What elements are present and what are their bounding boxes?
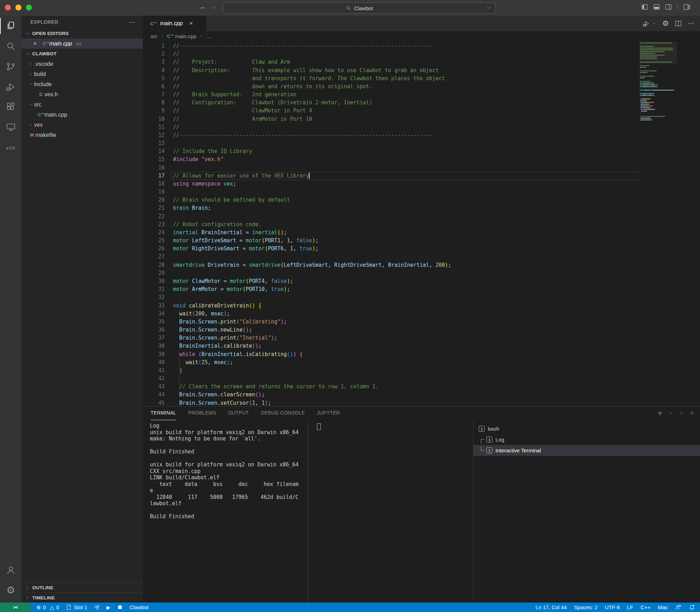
open-editor-main-cpp[interactable]: × C++ main.cpp src — [21, 39, 143, 49]
terminal-output[interactable]: Log unix build for platform vexiq2 on Da… — [150, 423, 304, 520]
code-line-25[interactable]: 25motor LeftDriveSmart = motor(PORT1, 1,… — [143, 237, 700, 245]
code-line-7[interactable]: 7// Brain Supported: 2nd generation — [143, 91, 700, 99]
code-line-19[interactable]: 19 — [143, 188, 700, 196]
code-line-14[interactable]: 14// Include the IQ Library — [143, 147, 700, 155]
code-line-24[interactable]: 24inertial BrainInertial = inertial(); — [143, 229, 700, 237]
remote-indicator[interactable]: >< — [0, 603, 31, 612]
activity-item-explorer[interactable] — [0, 16, 21, 36]
more-actions-icon[interactable]: ⋯ — [129, 19, 135, 26]
code-line-16[interactable]: 16 — [143, 164, 700, 172]
code-line-26[interactable]: 26motor RightDriveSmart = motor(PORT6, 1… — [143, 245, 700, 253]
code-line-13[interactable]: 13 — [143, 139, 700, 147]
activity-item-account[interactable] — [0, 560, 21, 580]
navigate-forward-button[interactable]: → — [209, 3, 219, 11]
code-line-35[interactable]: 35 Brain.Screen.print("Calibrating"); — [143, 318, 700, 326]
status-item-play[interactable]: ▶ — [106, 604, 110, 610]
sidebar-item-main-cpp[interactable]: C++main.cpp — [21, 110, 143, 120]
tab-main-cpp[interactable]: C++ main.cpp × — [143, 16, 207, 31]
code-line-10[interactable]: 10// ArmMotor in Port 10 — [143, 115, 700, 123]
code-line-17[interactable]: 17// Allows for easier use of the VEX Li… — [143, 172, 700, 180]
toggle-secondary-sidebar-icon[interactable] — [665, 4, 672, 11]
status-item-c-[interactable]: C++ — [640, 604, 650, 610]
sidebar-item-src[interactable]: src — [21, 99, 143, 110]
run-dropdown-icon[interactable] — [652, 21, 656, 26]
activity-item-run-and-debug[interactable] — [0, 77, 21, 97]
close-icon[interactable]: × — [33, 41, 36, 47]
sidebar-item--vscode[interactable]: .vscode — [21, 59, 143, 69]
toggle-panel-icon[interactable] — [653, 4, 660, 11]
toggle-primary-sidebar-icon[interactable] — [641, 4, 648, 11]
code-line-29[interactable]: 29 — [143, 269, 700, 277]
status-item-lf[interactable]: LF — [627, 604, 633, 610]
code-line-4[interactable]: 4// Description: This example will show … — [143, 67, 700, 75]
code-line-32[interactable]: 32 — [143, 293, 700, 301]
terminal-dropdown-icon[interactable] — [669, 411, 673, 416]
code-line-28[interactable]: 28smartdrive Drivetrain = smartdrive(Lef… — [143, 261, 700, 269]
settings-gear-icon[interactable]: ⚙ — [662, 20, 669, 27]
code-line-38[interactable]: 38 BrainInertial.calibrate(); — [143, 342, 700, 350]
status-item-vex-device[interactable] — [94, 604, 100, 610]
command-center-search[interactable]: Clawbot — [223, 2, 495, 14]
activity-item-settings[interactable]: ⚙ — [0, 580, 21, 600]
breadcrumb-folder[interactable]: src — [151, 33, 158, 39]
status-item-mac[interactable]: Mac — [658, 604, 668, 610]
sidebar-item-include[interactable]: include — [21, 79, 143, 89]
activity-item-extensions[interactable] — [0, 97, 21, 117]
code-line-12[interactable]: 12//------------------------------------… — [143, 131, 700, 139]
customize-layout-icon[interactable] — [683, 4, 690, 11]
code-line-22[interactable]: 22 — [143, 213, 700, 221]
section-outline[interactable]: OUTLINE — [21, 582, 143, 592]
run-or-debug-icon[interactable] — [643, 20, 650, 27]
code-line-15[interactable]: 15#include "vex.h" — [143, 155, 700, 164]
code-line-21[interactable]: 21brain Brain; — [143, 204, 700, 212]
split-editor-icon[interactable] — [675, 20, 682, 27]
code-line-41[interactable]: 41 } — [143, 367, 700, 375]
status-item-clawbot[interactable]: Clawbot — [130, 604, 148, 610]
code-line-39[interactable]: 39 while (BrainInertial.isCalibrating())… — [143, 350, 700, 359]
section-project-root[interactable]: CLAWBOT — [21, 49, 143, 59]
code-line-43[interactable]: 43 // Clears the screen and returns the … — [143, 383, 700, 391]
activity-item-source-control[interactable] — [0, 56, 21, 77]
terminal-instance-interactive-terminal[interactable]: ❯Interactive Terminal — [473, 445, 700, 456]
code-line-11[interactable]: 11// — [143, 123, 700, 131]
sidebar-item-vex-h[interactable]: Cvex.h — [21, 89, 143, 99]
activity-item-vex[interactable]: vℰx — [0, 138, 21, 158]
section-open-editors[interactable]: OPEN EDITORS — [21, 28, 143, 39]
panel-split-divider[interactable] — [308, 420, 309, 603]
code-line-45[interactable]: 45 Brain.Screen.setCursor(1, 1); — [143, 399, 700, 406]
code-line-44[interactable]: 44 Brain.Screen.clearScreen(); — [143, 391, 700, 399]
code-line-9[interactable]: 9// ClawMotor in Port 4 — [143, 107, 700, 115]
panel-tab-problems[interactable]: PROBLEMS — [188, 406, 216, 420]
code-line-3[interactable]: 3// Project: Claw and Arm — [143, 58, 700, 66]
code-line-27[interactable]: 27 — [143, 253, 700, 261]
status-item-feedback[interactable] — [675, 604, 681, 611]
section-timeline[interactable]: TIMELINE — [21, 592, 143, 603]
code-line-23[interactable]: 23// Robot configuration code. — [143, 221, 700, 229]
sidebar-item-build[interactable]: build — [21, 69, 143, 79]
maximize-panel-icon[interactable] — [679, 411, 684, 416]
status-item-bell-dot[interactable] — [689, 604, 695, 611]
code-line-18[interactable]: 18using namespace vex; — [143, 180, 700, 188]
code-line-8[interactable]: 8// Configuration: Clawbot (Drivetrain 2… — [143, 99, 700, 107]
more-actions-icon[interactable]: ⋯ — [688, 20, 695, 27]
code-line-5[interactable]: 5// and transports it forward. The Clawb… — [143, 75, 700, 83]
close-window-button[interactable] — [5, 5, 11, 11]
code-line-30[interactable]: 30motor ClawMotor = motor(PORT4, false); — [143, 277, 700, 285]
sidebar-item-makefile[interactable]: Mmakefile — [21, 130, 143, 140]
sidebar-item-vex[interactable]: vex — [21, 120, 143, 130]
activity-item-remote-explorer[interactable] — [0, 117, 21, 138]
panel-tab-output[interactable]: OUTPUT — [228, 406, 249, 420]
close-tab-icon[interactable]: × — [189, 20, 193, 27]
code-line-34[interactable]: 34 wait(200, msec); — [143, 310, 700, 318]
status-item-stop[interactable] — [117, 604, 123, 610]
minimize-window-button[interactable] — [15, 5, 21, 11]
status-item-spaces-2[interactable]: Spaces: 2 — [574, 604, 598, 610]
status-item-slot-1[interactable]: Slot 1 — [66, 604, 87, 610]
code-editor[interactable]: 1//-------------------------------------… — [143, 41, 700, 406]
activity-item-search[interactable] — [0, 36, 21, 56]
status-item-ln-17-col-44[interactable]: Ln 17, Col 44 — [535, 604, 567, 610]
chevron-down-icon[interactable] — [486, 6, 491, 10]
breadcrumb[interactable]: src C++ main.cpp … — [143, 31, 700, 41]
breadcrumb-file[interactable]: main.cpp — [175, 33, 196, 39]
code-line-36[interactable]: 36 Brain.Screen.newLine(); — [143, 326, 700, 334]
